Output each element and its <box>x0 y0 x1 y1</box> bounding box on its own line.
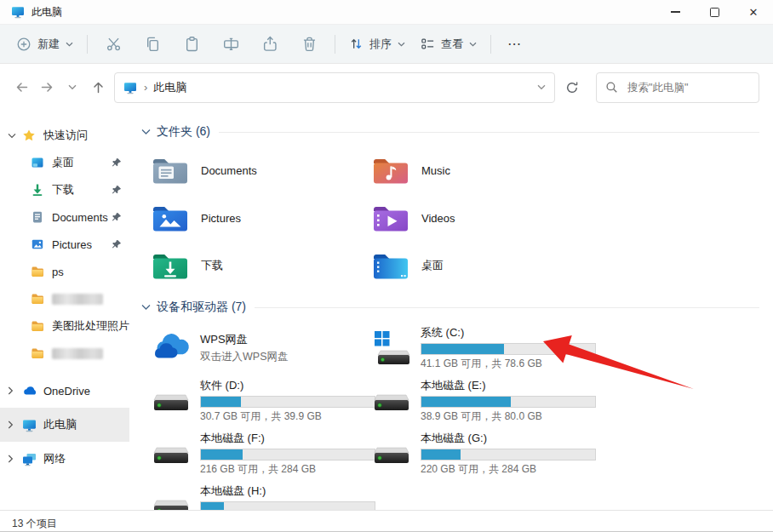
folder-name: Music <box>421 164 450 177</box>
minimize-button[interactable] <box>656 0 695 24</box>
music-folder-icon <box>372 155 409 186</box>
sidebar-item-label: ps <box>52 266 64 278</box>
folder-icon <box>31 265 44 278</box>
drive-tile-g[interactable]: 本地磁盘 (G:) 220 GB 可用，共 284 GB <box>372 427 593 480</box>
toolbar-separator <box>335 35 335 54</box>
sidebar-item-network[interactable]: 网络 <box>0 442 129 476</box>
folder-tile-downloads[interactable]: 下载 <box>152 242 372 289</box>
folders-section-header[interactable]: 文件夹 (6) <box>141 124 773 140</box>
pin-icon <box>112 239 122 249</box>
close-button[interactable]: ✕ <box>734 0 773 24</box>
sidebar-item-desktop[interactable]: 桌面 <box>0 149 129 176</box>
sidebar-item-documents[interactable]: Documents <box>0 203 129 231</box>
folder-icon <box>31 292 44 306</box>
share-button[interactable] <box>250 30 289 59</box>
drive-subtitle: 双击进入WPS网盘 <box>200 350 288 364</box>
paste-button[interactable] <box>172 30 211 59</box>
redacted-label <box>52 294 103 305</box>
rename-icon <box>223 36 239 52</box>
close-icon: ✕ <box>749 7 759 18</box>
folder-tile-pictures[interactable]: Pictures <box>152 194 372 242</box>
chevron-collapsed-icon[interactable] <box>8 420 22 429</box>
new-button[interactable]: 新建 <box>9 31 81 58</box>
sidebar-item-redacted[interactable] <box>0 285 129 312</box>
drive-name: 本地磁盘 (G:) <box>421 431 596 446</box>
pin-icon <box>112 212 122 222</box>
maximize-button[interactable] <box>695 0 734 24</box>
sidebar-item-onedrive[interactable]: OneDrive <box>0 374 129 408</box>
hard-drive-icon <box>152 440 191 467</box>
folder-tile-music[interactable]: Music <box>372 146 593 194</box>
sidebar-item-pictures[interactable]: Pictures <box>0 231 129 258</box>
search-input[interactable] <box>626 81 750 94</box>
chevron-expanded-icon[interactable] <box>8 133 22 139</box>
this-pc-icon <box>22 418 36 432</box>
chevron-expanded-icon[interactable] <box>141 304 151 311</box>
up-button[interactable] <box>85 75 111 100</box>
delete-button[interactable] <box>289 30 329 59</box>
folders-grid: Documents Music Pictures Videos 下载 桌面 <box>152 146 773 289</box>
drive-tile-d[interactable]: 软件 (D:) 30.7 GB 可用，共 39.9 GB <box>152 375 372 427</box>
drive-name: 本地磁盘 (H:) <box>200 483 375 499</box>
cut-button[interactable] <box>94 30 133 59</box>
sidebar-item-label: 此电脑 <box>43 417 77 432</box>
sidebar-item-redacted[interactable] <box>0 340 129 367</box>
sort-arrows-icon <box>349 37 364 51</box>
picture-icon <box>31 237 44 251</box>
star-icon <box>22 129 36 142</box>
forward-button[interactable] <box>34 75 60 100</box>
drives-section-header[interactable]: 设备和驱动器 (7) <box>141 300 773 315</box>
sidebar-item-label: 桌面 <box>52 155 74 170</box>
pin-icon <box>112 185 122 195</box>
chevron-collapsed-icon[interactable] <box>8 455 22 463</box>
recent-locations-button[interactable] <box>60 75 85 100</box>
sidebar-item-this-pc[interactable]: 此电脑 <box>0 408 129 442</box>
section-divider <box>255 307 759 308</box>
address-bar[interactable]: › 此电脑 <box>114 72 555 103</box>
sort-button[interactable]: 排序 <box>341 31 413 58</box>
paste-icon <box>184 36 200 52</box>
sidebar-item-ps[interactable]: ps <box>0 258 129 285</box>
minimize-icon <box>671 11 680 12</box>
drive-tile-h[interactable]: 本地磁盘 (H:) 245 GB 可用，共 283 GB <box>152 480 372 512</box>
this-pc-icon <box>123 81 137 94</box>
view-button[interactable]: 查看 <box>413 31 484 58</box>
back-button[interactable] <box>9 75 34 100</box>
search-box[interactable] <box>596 72 759 103</box>
folder-tile-desktop[interactable]: 桌面 <box>372 242 593 289</box>
drive-tile-c[interactable]: 系统 (C:) 41.1 GB 可用，共 78.6 GB <box>372 322 593 375</box>
drives-section-title: 设备和驱动器 (7) <box>157 300 246 315</box>
system-drive-icon <box>372 329 411 367</box>
navigation-pane: 快速访问 桌面 下载 Documents Pictures ps <box>0 111 129 512</box>
chevron-collapsed-icon[interactable] <box>8 386 22 395</box>
sidebar-item-label: OneDrive <box>43 385 90 398</box>
address-dropdown-button[interactable] <box>537 84 546 90</box>
this-pc-icon <box>11 5 25 19</box>
more-options-button[interactable]: ⋯ <box>497 36 532 52</box>
rename-button[interactable] <box>211 30 250 59</box>
drive-tile-wps-cloud[interactable]: WPS网盘 双击进入WPS网盘 <box>152 322 372 375</box>
chevron-down-icon <box>68 84 77 90</box>
chevron-expanded-icon[interactable] <box>141 129 151 135</box>
network-icon <box>22 452 36 466</box>
folder-name: 下载 <box>201 258 223 273</box>
drive-tile-e[interactable]: 本地磁盘 (E:) 38.9 GB 可用，共 80.0 GB <box>372 375 593 427</box>
capacity-bar-fill <box>421 449 461 460</box>
breadcrumb-this-pc[interactable]: 此电脑 <box>153 80 186 95</box>
refresh-button[interactable] <box>557 74 587 101</box>
copy-button[interactable] <box>133 30 172 59</box>
chevron-down-icon <box>66 42 73 47</box>
capacity-bar <box>421 343 596 355</box>
sidebar-item-downloads[interactable]: 下载 <box>0 176 129 203</box>
navigation-row: › 此电脑 <box>0 64 773 111</box>
items-count: 13 个项目 <box>12 518 57 529</box>
ellipsis-icon: ⋯ <box>507 37 522 51</box>
pictures-folder-icon <box>152 203 189 233</box>
folder-tile-documents[interactable]: Documents <box>152 146 372 194</box>
sidebar-item-quick-access[interactable]: 快速访问 <box>0 122 129 149</box>
folder-tile-videos[interactable]: Videos <box>372 194 593 242</box>
drive-tile-f[interactable]: 本地磁盘 (F:) 216 GB 可用，共 284 GB <box>152 427 372 480</box>
folder-icon <box>31 346 44 360</box>
chevron-down-icon <box>537 84 546 90</box>
sidebar-item-meitu-batch[interactable]: 美图批处理照片 <box>0 312 129 340</box>
